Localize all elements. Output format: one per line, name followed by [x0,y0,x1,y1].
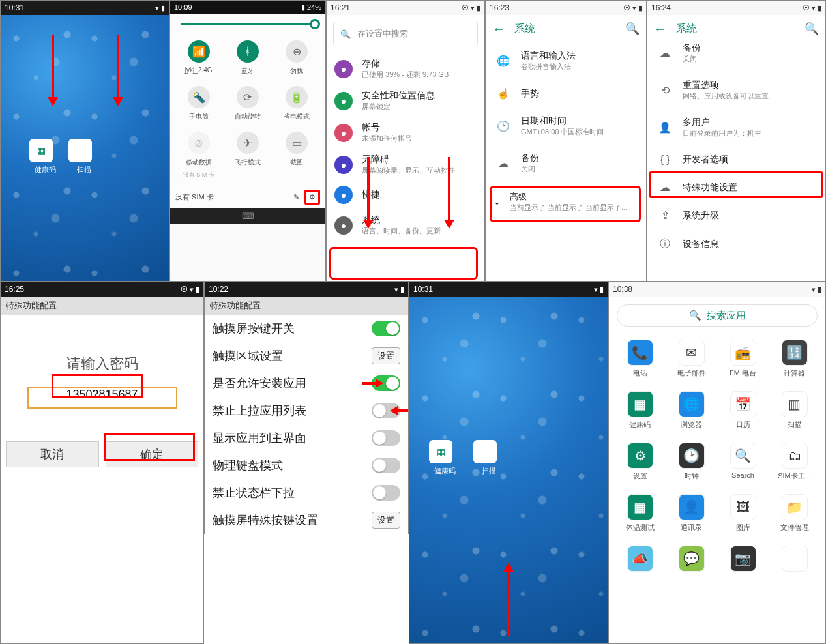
toggle-switch[interactable] [372,485,400,501]
toggle-switch[interactable] [372,321,400,336]
system-row-reset[interactable]: ⟲重置选项网络、应用或设备可以重置 [647,72,825,109]
config-row[interactable]: 禁止状态栏下拉 [205,479,408,506]
search-icon[interactable]: 🔍 [625,22,640,36]
app-FM 电台[interactable]: 📻FM 电台 [717,340,769,378]
search-placeholder: 搜索应用 [707,310,746,322]
qs-tile-bluetooth[interactable]: ᚼ蓝牙 [223,40,272,76]
apps-search[interactable]: 🔍搜索应用 [617,304,818,327]
toggle-switch[interactable] [372,458,400,473]
app-通讯录[interactable]: 👤通讯录 [666,494,717,533]
settings-row-system[interactable]: ●系统语言、时间、备份、更新 [327,209,484,241]
settings-row-storage[interactable]: ●存储已使用 39% - 还剩 9.73 GB [327,53,484,85]
settings-row-a11y[interactable]: ●无障碍屏幕阅读器、显示、互动控件 [327,149,484,181]
app-scan[interactable]: ▥ 扫描 [68,139,100,175]
system-row-about[interactable]: ⓘ设备信息 [647,229,825,259]
backup-icon: ☁ [658,47,672,59]
system-row-lang[interactable]: 🌐语言和输入法谷歌拼音输入法 [486,42,646,80]
app-电话[interactable]: 📞电话 [614,340,666,378]
app-体温测试[interactable]: ▦体温测试 [614,494,666,533]
app-时钟[interactable]: 🕑时钟 [666,443,717,481]
app-文件管理[interactable]: 📁文件管理 [769,494,820,533]
clock-text: 16:23 [490,3,509,12]
qs-tile-airplane[interactable]: ✈飞行模式 [223,132,272,179]
app-icon: ⚙ [627,443,653,469]
qs-tile-rotate[interactable]: ⟳自动旋转 [223,86,272,121]
system-row-backup[interactable]: ☁备份关闭 [486,145,646,182]
screenshot-icon: ▭ [286,132,308,154]
keyboard-icon[interactable]: ⌨ [170,208,325,224]
app-label: 健康码 [629,420,651,430]
config-row[interactable]: 触摸区域设置设置 [205,342,408,370]
app-item[interactable]: 💬 [666,546,717,574]
app-icon: ✉ [679,340,705,366]
config-row[interactable]: 禁止上拉应用列表 [205,397,408,424]
app-health-code[interactable]: ▦ 健康码 [429,440,460,476]
system-row-gesture[interactable]: ☝手势 [486,80,646,108]
cancel-button[interactable]: 取消 [6,441,99,467]
gesture-icon: ☝ [496,87,510,100]
search-icon[interactable]: 🔍 [804,22,819,36]
qs-tile-hotspot[interactable]: ⊘移动数据没有 SIM 卡 [174,132,223,179]
app-图库[interactable]: 🖼图库 [717,494,769,533]
settings-row-security[interactable]: ●安全性和位置信息屏幕锁定 [327,85,484,117]
password-prompt: 请输入密码 [66,354,138,373]
security-icon: ● [334,92,353,110]
annotation-highlight-box [104,433,195,461]
system-row-clock[interactable]: 🕑日期和时间GMT+08:00 中国标准时间 [486,108,646,145]
row-subtitle: 屏幕锁定 [362,102,435,111]
app-电子邮件[interactable]: ✉电子邮件 [666,340,717,378]
app-label: SIM卡工... [778,471,811,481]
app-item[interactable]: 📣 [614,546,666,574]
row-title: 系统升级 [683,210,719,222]
config-row[interactable]: 触摸屏按键开关 [205,315,408,342]
row-label: 触摸屏按键开关 [213,321,295,336]
system-row-backup[interactable]: ☁备份关闭 [647,42,825,72]
app-健康码[interactable]: ▦健康码 [614,391,666,430]
back-arrow-icon[interactable]: ← [654,22,667,37]
app-item[interactable]: 📷 [717,546,769,574]
status-bar: 16:23⦿ ▾ ▮ [486,1,646,15]
qs-tile-wifi[interactable]: 📶jykj_2.4G [174,40,223,76]
settings-search[interactable]: 🔍在设置中搜索 [333,22,478,46]
row-title: 安全性和位置信息 [362,90,435,102]
qs-tile-battery-saver[interactable]: 🔋省电模式 [273,86,321,121]
app-scan[interactable]: ▥ 扫描 [473,440,505,476]
toggle-switch[interactable] [372,430,400,446]
qs-tile-screenshot[interactable]: ▭截图 [273,132,321,179]
settings-row-account[interactable]: ●帐号未添加任何帐号 [327,117,484,149]
system-row-dev[interactable]: { }开发者选项 [647,146,825,173]
brightness-slider[interactable] [170,14,325,34]
system-row-users[interactable]: 👤多用户目前登录的用户为：机主 [647,109,825,146]
reset-icon: ⟲ [658,84,672,96]
settings-row-shortcut[interactable]: ●快捷 [327,181,484,209]
row-title: 帐号 [362,122,412,134]
settings-gear-icon[interactable]: ⚙ [304,190,320,205]
clock-text: 10:22 [209,285,228,294]
config-row[interactable]: 物理键盘模式 [205,452,408,479]
back-arrow-icon[interactable]: ← [492,22,505,37]
edit-icon[interactable]: ✎ [293,193,299,201]
app-浏览器[interactable]: 🌐浏览器 [666,391,717,430]
system-row-update[interactable]: ⇪系统升级 [647,201,825,229]
settings-button[interactable]: 设置 [372,512,400,529]
slider-thumb-icon[interactable] [310,19,320,29]
app-Search[interactable]: 🔍Search [717,443,769,481]
app-计算器[interactable]: 🔢计算器 [769,340,820,378]
annotation-highlight-box [649,171,823,198]
app-日历[interactable]: 📅日历 [717,391,769,430]
users-icon: 👤 [658,121,672,134]
app-SIM卡工...[interactable]: 🗂SIM卡工... [769,443,820,481]
app-health-code[interactable]: ▦ 健康码 [29,139,61,175]
row-subtitle: 网络、应用或设备可以重置 [683,91,769,101]
config-row[interactable]: 显示应用到主界面 [205,424,408,452]
qs-tile-dnd[interactable]: ⊖勿扰 [273,40,321,76]
config-row[interactable]: 是否允许安装应用 [205,370,408,397]
app-设置[interactable]: ⚙设置 [614,443,666,481]
config-row[interactable]: 触摸屏特殊按键设置设置 [205,506,408,534]
settings-button[interactable]: 设置 [372,347,400,364]
app-label: 电子邮件 [677,368,706,378]
app-扫描[interactable]: ▥扫描 [769,391,820,430]
app-item[interactable] [769,546,820,574]
status-icons: ⦿ ▾ ▮ [462,4,480,12]
qs-tile-flashlight[interactable]: 🔦手电筒 [174,86,223,121]
